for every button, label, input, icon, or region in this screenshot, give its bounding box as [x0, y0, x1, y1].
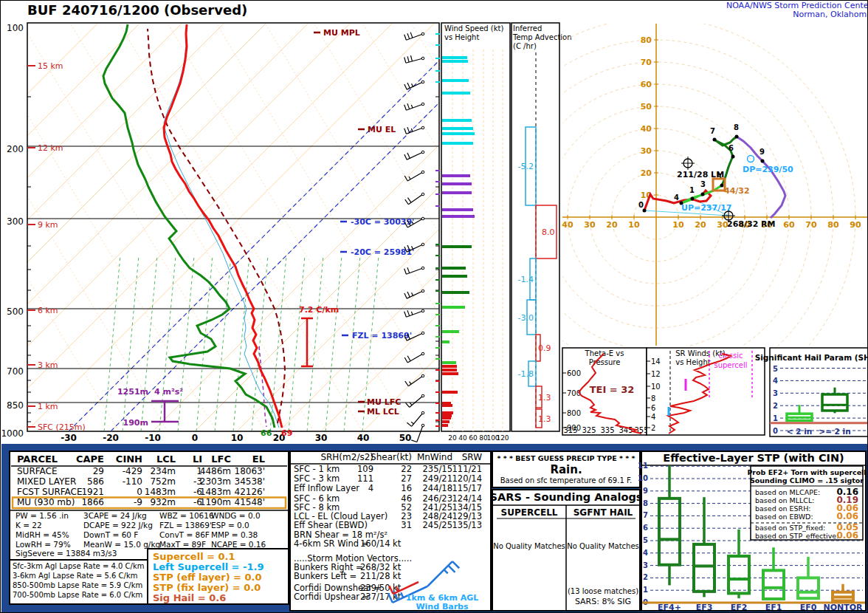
stp-ylabel: 11	[638, 462, 648, 470]
barb-station	[421, 57, 424, 60]
height-marker	[761, 160, 765, 163]
srh-row-value: 109	[357, 464, 373, 474]
hodo-axis-label: 50	[641, 102, 652, 112]
thermo-value: NCAPE = 0.16	[211, 540, 266, 549]
inflow-top-label: 1251m	[117, 387, 148, 397]
ship-category: < 2 in	[787, 427, 813, 436]
wind-speed-bar	[442, 391, 458, 394]
isotherm-minus30	[69, 23, 477, 431]
mixing-ratio-line	[123, 256, 139, 431]
pressure-label: 200	[7, 144, 24, 154]
ship-category: >= 2 in	[819, 427, 850, 436]
theta-e-xlabel: 335	[600, 426, 614, 434]
stp-ylabel: 3	[643, 561, 648, 569]
parcel-row-value: 29	[93, 466, 104, 476]
stp-category: EF2	[731, 603, 748, 612]
line	[407, 82, 423, 89]
hodo-axis-label: 70	[641, 58, 652, 67]
wind-speed-bar	[442, 365, 457, 368]
barb-station	[421, 309, 424, 312]
wind-panel-title: vs Height	[444, 33, 479, 41]
srh-row-value: 111	[357, 473, 373, 484]
temp-axis-label: 30	[315, 433, 328, 443]
height-marker	[701, 193, 705, 196]
hodo-axis-label: 30	[584, 220, 596, 230]
sars-no-match: No Quality Matches	[493, 542, 565, 550]
line	[407, 103, 410, 109]
dry-adiabat-line	[1, 23, 168, 431]
thermo-value: PW = 1.56 .in	[16, 511, 69, 520]
sr-wind-ylabel: 2	[651, 424, 655, 432]
parcel-row-value: 2303m	[200, 476, 231, 487]
wind-speed-bar	[442, 404, 452, 407]
sars-col-header: SUPERCELL	[501, 507, 558, 518]
parcel-row-value: 0	[137, 487, 142, 497]
barb-station	[421, 32, 424, 35]
height-marker	[735, 135, 739, 139]
wind-axis-label: 120	[496, 434, 509, 442]
srh-row-value: 235/15	[423, 464, 452, 474]
thermo-value: LowRH = 79%	[16, 540, 71, 549]
wind-barb	[405, 193, 424, 205]
theta-e-inset: Theta-E vsPressure6007008009003153253353…	[562, 348, 649, 435]
stp-category: EF0	[800, 603, 817, 612]
annotation-label: ML LCL	[367, 407, 399, 417]
thermo-value: MaxT = 89F	[159, 540, 206, 549]
mixing-ratio-line	[289, 256, 305, 431]
srh-row-value: 16	[401, 483, 412, 493]
wind-axis-label: 60	[469, 434, 478, 442]
thermo-value: ConvT = 86F	[159, 530, 210, 539]
pressure-label: 1000	[1, 428, 24, 439]
height-marker-label: 7	[710, 127, 715, 135]
mixing-ratio-line	[104, 256, 120, 431]
wind-speed-bar	[442, 417, 451, 419]
stp-ylabel: 5	[643, 536, 648, 544]
sars-no-match: No Quality Matches	[567, 542, 639, 550]
corfidi-up-label: UP=237/17	[681, 203, 732, 213]
lapse-rate-line: 3-6km Agl Lapse Rate = 5.6 C/km	[13, 572, 137, 580]
srh-header: SRW	[462, 452, 482, 462]
sr-wind-ylabel: 4	[651, 413, 655, 421]
prob-label: based on ESRH:	[755, 504, 811, 513]
composite-index: Supercell = 0.1	[153, 551, 235, 562]
lapse-rate-line: 850-500mb Lapse Rate = 5.9 C/km	[13, 581, 142, 589]
hodo-axis-label: 70	[805, 220, 817, 230]
inflow-srh-label: 4 m²s²	[154, 387, 183, 397]
line	[407, 310, 410, 316]
wind-speed-bar	[442, 174, 470, 177]
parcel-row-value: 1190m	[200, 497, 231, 507]
sars-loose-matches: (13 loose matches)	[568, 587, 638, 595]
prob-label: based on MLCAPE:	[755, 488, 820, 496]
thermo-value: WBZ = 10616'	[159, 511, 216, 520]
mixing-ratio-line	[344, 256, 360, 431]
lapse-rate-line: 700-500mb Lapse Rate = 6.0 C/km	[13, 591, 142, 599]
srh-row-value: 244/18	[423, 483, 452, 493]
barb-station	[421, 411, 424, 414]
thermo-value: K = 22	[16, 521, 42, 530]
composite-index: STP (fix layer) = 0.0	[153, 582, 261, 593]
composite-index: STP (eff layer) = 0.0	[153, 572, 262, 583]
pressure-label: 700	[7, 366, 24, 377]
wind-barb	[407, 411, 424, 426]
stp-ylabel: 4	[643, 549, 648, 557]
barb-station	[421, 352, 424, 355]
ship-ylabel: 0	[773, 427, 778, 435]
parcel-header: PARCEL	[17, 453, 58, 465]
parcel-row-value: 932m	[150, 497, 176, 507]
parcel-header: LI	[193, 453, 202, 465]
parcel-row-label: MIXED LAYER	[17, 476, 76, 487]
height-label: 3 km	[38, 360, 58, 370]
hodo-axis-label: 40	[562, 220, 574, 230]
hodo-axis-label: 20	[695, 220, 706, 230]
corfidi-dp-label: DP=239/50	[743, 165, 793, 174]
advection-value: -1.8	[518, 369, 534, 379]
sars-title: SARS - Sounding Analogs	[490, 491, 643, 503]
line	[411, 312, 413, 315]
wind-barb	[404, 151, 424, 160]
hodo-axis-label: 90	[850, 220, 861, 230]
srh-row-value: 135/13	[452, 520, 482, 530]
mixing-ratio-line	[307, 256, 323, 431]
parcel-row-value: 1483m	[200, 487, 231, 497]
line	[404, 293, 407, 298]
parcel-row-value: 34538'	[235, 476, 265, 487]
